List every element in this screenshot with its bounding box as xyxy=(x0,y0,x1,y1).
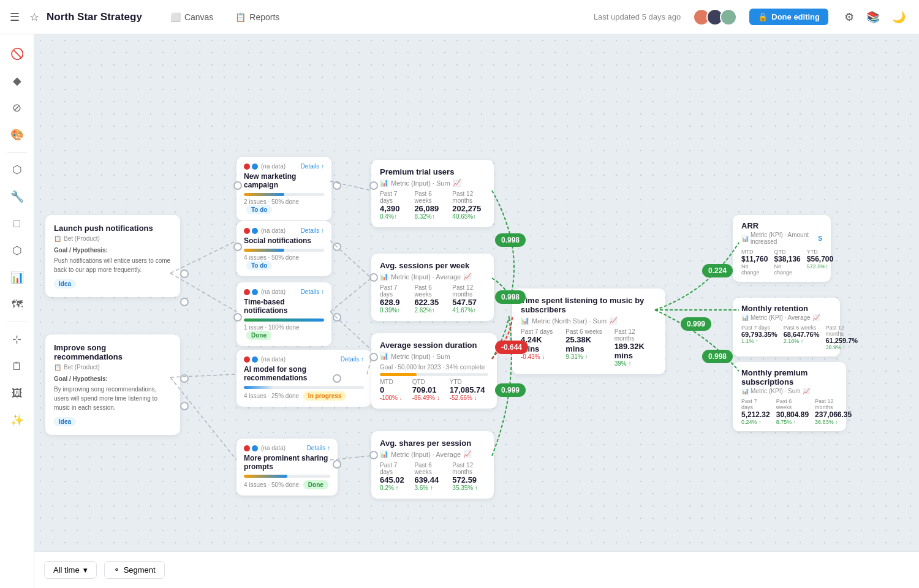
bottom-bar: All time ▾ ⚬ Segment xyxy=(34,551,919,588)
avatar-3 xyxy=(720,9,737,26)
score-badge-1: 0.998 xyxy=(495,233,526,247)
na-label: (na data) xyxy=(261,163,286,170)
app-title: North Star Strategy xyxy=(47,11,142,23)
sidebar-item-diamond[interactable]: ◆ xyxy=(5,69,29,93)
social-type-dot xyxy=(252,228,258,234)
time-label: All time xyxy=(53,565,80,575)
new-marketing-status: To do xyxy=(246,205,272,214)
sharing-title: More prominent sharing prompts xyxy=(244,454,330,471)
kpi-card-monthly-premium[interactable]: Monthly premium subscriptions 📊 Metric (… xyxy=(733,362,846,431)
sidebar-item-note[interactable]: 🗒 xyxy=(5,354,29,379)
done-editing-button[interactable]: 🔒 Done editing xyxy=(749,9,828,25)
sidebar-item-chart[interactable]: 📊 xyxy=(5,265,29,290)
sidebar: 🚫 ◆ ⊘ 🎨 ⬡ 🔧 □ ⬡ 📊 🗺 ⊹ 🗒 🖼 ✨ xyxy=(0,34,34,588)
metric-card-avg-shares[interactable]: Avg. shares per session 📊 Metric (Input)… xyxy=(371,431,494,499)
ai-details-link[interactable]: Details ↑ xyxy=(341,356,364,363)
idea-card-improve-songs[interactable]: Improve song recommendations 📋 Bet (Prod… xyxy=(45,334,180,435)
sidebar-divider-1 xyxy=(7,152,27,153)
metric-card-premium-trial[interactable]: Premium trial users 📊 Metric (Input) · S… xyxy=(371,160,494,227)
time-type-dot xyxy=(252,289,258,295)
kpi-card-monthly-retention[interactable]: Monthly retention 📊 Metric (KPI) · Avera… xyxy=(733,298,840,356)
init-card-new-marketing[interactable]: (na data) Details ↑ New marketing campai… xyxy=(236,157,331,221)
metric-card-avg-session-dur[interactable]: Average session duration 📊 Metric (Input… xyxy=(371,333,497,409)
connector-10 xyxy=(333,313,341,322)
connector-11 xyxy=(333,374,341,383)
connector-5 xyxy=(233,181,242,190)
chevron-down-icon: ▾ xyxy=(83,565,88,575)
lock-icon: 🔒 xyxy=(758,12,768,21)
sidebar-item-map[interactable]: 🗺 xyxy=(5,292,29,317)
init-card-time-notif[interactable]: (na data) Details ↑ Time-based notificat… xyxy=(236,282,331,346)
chart-line-icon-5: 📈 xyxy=(609,317,618,325)
score-badge-2: 0.224 xyxy=(702,264,733,277)
init-card-social-notif[interactable]: (na data) Details ↑ Social notifications… xyxy=(236,221,331,276)
sidebar-item-square[interactable]: □ xyxy=(5,211,29,236)
svg-line-0 xyxy=(170,241,236,273)
launch-push-title: Launch push notifications xyxy=(54,224,172,233)
canvas-icon: ⬜ xyxy=(170,12,181,22)
segment-button[interactable]: ⚬ Segment xyxy=(104,561,165,579)
sidebar-divider-2 xyxy=(7,322,27,322)
kpi-card-arr[interactable]: ARR 📊 Metric (KPI) · Amount increased S … xyxy=(733,215,831,282)
sidebar-item-nodes[interactable]: ⬡ xyxy=(5,157,29,182)
social-details-link[interactable]: Details ↑ xyxy=(301,227,324,234)
canvas-area[interactable]: Launch push notifications 📋 Bet (Product… xyxy=(34,34,919,588)
library-icon[interactable]: 📚 xyxy=(866,10,880,24)
metric-icon-2: 📊 xyxy=(380,273,388,281)
score-badge-5: -0.644 xyxy=(495,341,528,354)
score-badge-3: 0.998 xyxy=(495,290,526,304)
connector-16 xyxy=(369,451,378,459)
tab-canvas[interactable]: ⬜ Canvas xyxy=(162,9,222,26)
connector-6 xyxy=(233,243,242,251)
connector-9 xyxy=(333,243,341,251)
settings-icon[interactable]: ⚙ xyxy=(844,10,854,24)
svg-line-8 xyxy=(170,377,236,460)
metric-card-avg-sessions[interactable]: Avg. sessions per week 📊 Metric (Input) … xyxy=(371,254,494,321)
menu-icon[interactable]: ☰ xyxy=(10,10,20,24)
sidebar-item-palette[interactable]: 🎨 xyxy=(5,123,29,147)
time-details-link[interactable]: Details ↑ xyxy=(301,288,324,295)
bet-icon: 📋 xyxy=(54,235,61,242)
last-updated: Last updated 5 days ago xyxy=(594,12,681,21)
sidebar-item-image[interactable]: 🖼 xyxy=(5,381,29,405)
share-priority-dot xyxy=(244,445,250,451)
init-card-ai-model[interactable]: (na data) Details ↑ AI model for song re… xyxy=(236,350,371,407)
connector-15 xyxy=(369,353,378,361)
time-priority-dot xyxy=(244,289,250,295)
time-dropdown[interactable]: All time ▾ xyxy=(44,561,97,579)
metric-card-time-listening[interactable]: Time spent listening to music by subscri… xyxy=(512,288,665,374)
tab-reports[interactable]: 📋 Reports xyxy=(227,9,288,26)
share-type-dot xyxy=(252,445,258,451)
star-icon: ☆ xyxy=(29,10,39,24)
time-notif-title: Time-based notifications xyxy=(244,298,324,315)
moon-icon[interactable]: 🌙 xyxy=(892,10,906,24)
ai-priority-dot xyxy=(244,356,250,363)
time-status: Done xyxy=(246,331,271,340)
ai-model-title: AI model for song recommendations xyxy=(244,365,364,382)
top-nav: ☰ ☆ North Star Strategy ⬜ Canvas 📋 Repor… xyxy=(0,0,919,34)
chart-line-icon-4: 📈 xyxy=(463,450,472,458)
connector-14 xyxy=(369,273,378,282)
north-star-icon: 📊 xyxy=(521,317,529,325)
improve-songs-type: 📋 Bet (Product) xyxy=(54,364,172,371)
score-badge-6: 0.998 xyxy=(702,350,733,363)
chart-line-icon-7: 📈 xyxy=(803,388,810,394)
share-details-link[interactable]: Details ↑ xyxy=(307,445,330,451)
connector-7 xyxy=(233,313,242,322)
sidebar-item-ban[interactable]: ⊘ xyxy=(5,96,29,120)
type-dot-blue xyxy=(252,164,258,170)
idea-card-launch-push[interactable]: Launch push notifications 📋 Bet (Product… xyxy=(45,215,180,297)
connector-8 xyxy=(333,181,341,190)
avatars xyxy=(693,9,737,26)
sidebar-item-no-entry[interactable]: 🚫 xyxy=(5,42,29,66)
sidebar-item-magic[interactable]: ✨ xyxy=(5,408,29,432)
sidebar-item-wrench[interactable]: 🔧 xyxy=(5,184,29,209)
launch-push-type: 📋 Bet (Product) xyxy=(54,235,172,242)
details-link[interactable]: Details ↑ xyxy=(301,163,324,170)
connector-12 xyxy=(333,460,341,469)
sidebar-item-select[interactable]: ⊹ xyxy=(5,327,29,352)
reports-icon: 📋 xyxy=(235,12,246,22)
svg-line-3 xyxy=(330,278,371,312)
sidebar-item-cylinder[interactable]: ⬡ xyxy=(5,238,29,263)
init-card-sharing[interactable]: (na data) Details ↑ More prominent shari… xyxy=(236,439,338,496)
